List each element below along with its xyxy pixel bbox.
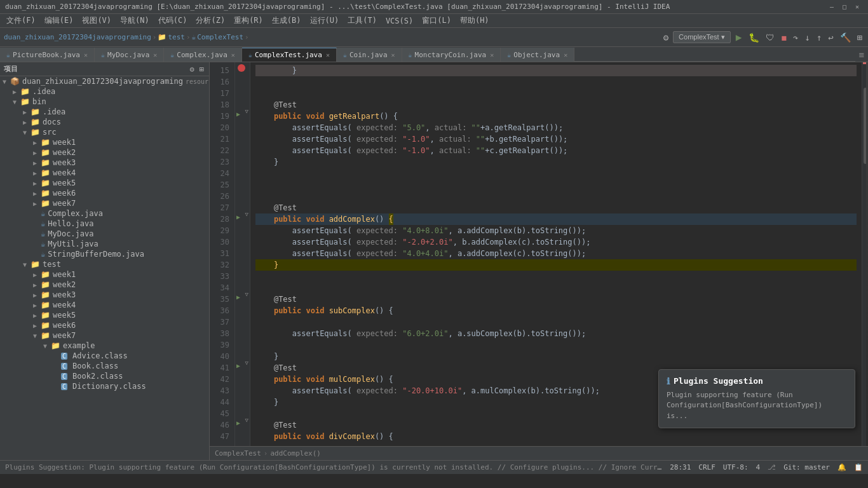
tab-close-picturebook[interactable]: ✕ xyxy=(84,51,88,58)
menu-file[interactable]: 文件(F) xyxy=(3,14,39,27)
tree-item-test-week5[interactable]: ▶📁week5 xyxy=(0,310,209,320)
tree-item-test[interactable]: ▼ 📁 test xyxy=(0,259,209,269)
git-branch-label[interactable]: Git: master xyxy=(783,463,830,471)
fold-41[interactable]: ▽ xyxy=(245,360,248,366)
stop-button[interactable]: ◼ xyxy=(779,32,788,43)
step-into-button[interactable]: ↓ xyxy=(803,32,811,43)
tree-item-test-week4[interactable]: ▶📁week4 xyxy=(0,300,209,310)
tab-coin[interactable]: ☕ Coin.java ✕ xyxy=(337,48,402,62)
tree-item-src-week7[interactable]: ▶📁week7 xyxy=(0,198,209,208)
revert-button[interactable]: ↩ xyxy=(826,32,835,43)
tree-item-src[interactable]: ▼ 📁 src xyxy=(0,127,209,137)
tree-item-idea1[interactable]: ▶ 📁 .idea xyxy=(0,86,209,97)
fold-46[interactable]: ▽ xyxy=(245,417,248,423)
tree-item-example[interactable]: ▼ 📁 example xyxy=(0,341,209,351)
tree-item-test-week3[interactable]: ▶📁week3 xyxy=(0,290,209,300)
menu-build[interactable]: 生成(B) xyxy=(268,14,305,27)
menu-tools[interactable]: 工具(T) xyxy=(344,14,381,27)
close-button[interactable]: ✕ xyxy=(855,3,863,11)
toolbar-right: ⚙ ComplexTest ▾ ▶ 🐛 🛡 ◼ ↷ ↓ ↑ ↩ 🔨 ⊞ xyxy=(661,31,864,43)
tab-object[interactable]: ☕ Object.java ✕ xyxy=(501,48,574,62)
menu-edit[interactable]: 编辑(E) xyxy=(41,14,78,27)
menu-analyze[interactable]: 分析(Z) xyxy=(192,14,229,27)
tree-item-src-week4[interactable]: ▶📁week4 xyxy=(0,168,209,178)
menu-navigate[interactable]: 导航(N) xyxy=(116,14,153,27)
tab-monctarycoin[interactable]: ☕ MonctaryCoin.java ✕ xyxy=(402,48,501,62)
tree-item-src-week2[interactable]: ▶📁week2 xyxy=(0,147,209,158)
minimize-button[interactable]: — xyxy=(830,3,837,11)
tree-item-test-week2[interactable]: ▶📁week2 xyxy=(0,280,209,290)
a: ▶ xyxy=(33,139,41,146)
menu-refactor[interactable]: 重构(R) xyxy=(230,14,267,27)
tree-item-advice-class[interactable]: ▶ C Advice.class xyxy=(0,351,209,361)
maximize-button[interactable]: □ xyxy=(843,3,850,11)
editor-settings-icon[interactable]: ≡ xyxy=(855,50,868,60)
tree-item-src-week6[interactable]: ▶📁week6 xyxy=(0,188,209,198)
fold-28[interactable]: ▽ xyxy=(245,211,248,217)
menu-window[interactable]: 窗口(L) xyxy=(418,14,455,27)
tab-picturebook[interactable]: ☕ PictureBook.java ✕ xyxy=(0,48,95,62)
tree-item-book-class[interactable]: ▶ C Book.class xyxy=(0,361,209,371)
step-out-button[interactable]: ↑ xyxy=(815,32,824,43)
menu-code[interactable]: 代码(C) xyxy=(154,14,191,27)
tree-item-bin[interactable]: ▼ 📁 bin xyxy=(0,97,209,107)
event-log-icon[interactable]: 📋 xyxy=(854,463,863,471)
debug-button[interactable]: 🐛 xyxy=(747,32,761,43)
build-button[interactable]: 🔨 xyxy=(838,32,853,43)
tree-item-test-week7[interactable]: ▼ 📁 week7 xyxy=(0,330,209,341)
tree-item-test-week6[interactable]: ▶📁week6 xyxy=(0,320,209,330)
sidebar-settings-icon[interactable]: ⚙ xyxy=(189,65,196,74)
tab-close-monctarycoin[interactable]: ✕ xyxy=(490,51,494,58)
tab-complex[interactable]: ☕ Complex.java ✕ xyxy=(164,48,242,62)
tab-complextest[interactable]: ☕ ComplexTest.java ✕ xyxy=(242,48,337,62)
tree-item-bin-idea[interactable]: ▶ 📁 .idea xyxy=(0,107,209,117)
tab-close-complextest[interactable]: ✕ xyxy=(326,51,330,58)
tree-item-test-week1[interactable]: ▶📁week1 xyxy=(0,269,209,280)
encoding-indicator[interactable]: UTF-8: xyxy=(723,463,749,471)
code-line-21: assertEquals( expected: "-1.0", actual: … xyxy=(255,133,857,145)
tree-item-book2-class[interactable]: ▶ C Book2.class xyxy=(0,371,209,381)
menu-view[interactable]: 视图(V) xyxy=(78,14,115,27)
tree-item-src-week1[interactable]: ▶📁week1 xyxy=(0,137,209,147)
breadcrumb-addcomplex-label[interactable]: addComplex() xyxy=(270,449,320,458)
tab-mydoc[interactable]: ☕ MyDoc.java ✕ xyxy=(95,48,164,62)
coverage-button[interactable]: 🛡 xyxy=(764,32,776,43)
breakpoint-15[interactable] xyxy=(236,62,247,74)
menu-help[interactable]: 帮助(H) xyxy=(456,14,493,27)
fold-35[interactable]: ▽ xyxy=(245,291,248,297)
notifications-icon[interactable]: 🔔 xyxy=(837,463,846,471)
step-over-button[interactable]: ↷ xyxy=(791,32,800,43)
crlf-indicator[interactable]: CRLF xyxy=(698,463,715,471)
tree-item-mydoc-java[interactable]: ▶☕MyDoc.java xyxy=(0,229,209,239)
run-config-button[interactable]: ComplexTest ▾ xyxy=(673,31,731,43)
tab-close-coin[interactable]: ✕ xyxy=(391,51,395,58)
layout-button[interactable]: ⊞ xyxy=(855,32,864,43)
tree-item-complex-java[interactable]: ▶☕Complex.java xyxy=(0,208,209,219)
fold-19[interactable]: ▽ xyxy=(245,108,248,114)
breadcrumb-test[interactable]: test xyxy=(168,33,185,41)
tree-item-docs[interactable]: ▶ 📁 docs xyxy=(0,117,209,127)
breadcrumb-file[interactable]: ComplexTest xyxy=(197,33,243,41)
tree-item-myutil-java[interactable]: ▶☕MyUtil.java xyxy=(0,239,209,249)
code-line-15: } xyxy=(255,65,857,76)
tree-item-root[interactable]: ▼ 📦 duan_zhixuan_20172304javaprograming … xyxy=(0,76,209,86)
indent-indicator[interactable]: 4 xyxy=(756,463,761,471)
tab-close-mydoc[interactable]: ✕ xyxy=(153,51,157,58)
line-col-indicator[interactable]: 28:31 xyxy=(670,463,691,471)
menu-run[interactable]: 运行(U) xyxy=(306,14,343,27)
sidebar-expand-icon[interactable]: ⊞ xyxy=(198,65,205,74)
tree-item-dictionary-class[interactable]: ▶ C Dictionary.class xyxy=(0,381,209,391)
tree-item-stringbufferdemo-java[interactable]: ▶☕StringBufferDemo.java xyxy=(0,249,209,259)
right-scrollbar[interactable] xyxy=(862,62,868,446)
breadcrumb-project[interactable]: duan_zhixuan_20172304javaprograming xyxy=(4,33,151,41)
breadcrumb-complextest-label[interactable]: ComplexTest xyxy=(215,449,261,458)
toolbar-icon-1[interactable]: ⚙ xyxy=(661,32,670,43)
tab-close-object[interactable]: ✕ xyxy=(564,51,567,58)
run-button[interactable]: ▶ xyxy=(733,31,745,43)
tree-item-src-week5[interactable]: ▶📁week5 xyxy=(0,178,209,188)
tree-item-src-week3[interactable]: ▶📁week3 xyxy=(0,158,209,168)
editor-area[interactable]: 15 16 17 18 19 20 21 22 23 24 25 26 27 2… xyxy=(210,62,868,460)
tab-close-complex[interactable]: ✕ xyxy=(231,51,235,58)
menu-vcs[interactable]: VCS(S) xyxy=(382,15,417,27)
tree-item-hello-java[interactable]: ▶☕Hello.java xyxy=(0,219,209,229)
